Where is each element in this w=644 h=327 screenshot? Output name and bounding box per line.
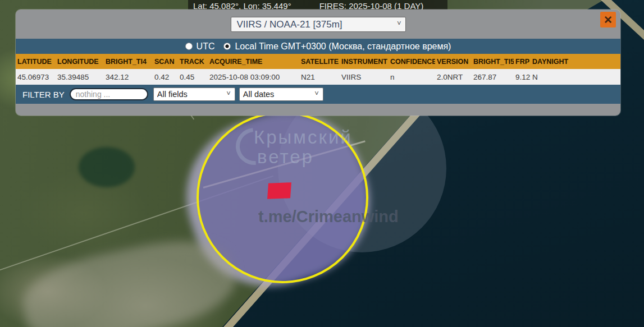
date-filter-wrap: All dates (239, 87, 323, 101)
filter-input[interactable] (70, 88, 148, 100)
watermark-text: ветер (257, 146, 314, 168)
column-header: BRIGHT_TI4 (104, 54, 153, 69)
time-zone-bar: UTC Local Time GMT+0300 (Москва, стандар… (16, 39, 620, 54)
filter-by-label: FILTER BY (22, 90, 65, 99)
close-button[interactable]: ✕ (600, 12, 616, 27)
date-filter-select[interactable]: All dates (239, 87, 323, 101)
source-select-row: VIIRS / NOAA-21 [375m] (16, 10, 620, 39)
column-header: LATITUDE (16, 54, 56, 69)
table-cell: 45.06973 (16, 69, 56, 85)
column-header: LONGITUDE (56, 54, 104, 69)
map-pond (79, 147, 135, 187)
local-time-radio[interactable] (223, 43, 231, 50)
utc-radio-text: UTC (197, 42, 215, 52)
table-cell: 267.87 (472, 69, 514, 85)
table-cell: 2025-10-08 03:09:00 (208, 69, 299, 85)
column-header: VERSION (435, 54, 472, 69)
column-header: BRIGHT_TI5 (472, 54, 514, 69)
table-row[interactable]: 45.0697335.39485342.120.420.452025-10-08… (16, 69, 620, 85)
coords-readout: Lat: 45.082°, Lon: 35.449° (193, 1, 291, 11)
local-time-radio-label[interactable]: Local Time GMT+0300 (Москва, стандартное… (223, 42, 451, 52)
fire-footprint-marker[interactable] (267, 182, 291, 199)
field-filter-select[interactable]: All fields (153, 87, 235, 101)
table-cell: 2.0NRT (435, 69, 472, 85)
local-time-radio-text: Local Time GMT+0300 (Москва, стандартное… (235, 42, 451, 52)
table-cell: 342.12 (104, 69, 153, 85)
utc-radio-label[interactable]: UTC (185, 42, 215, 52)
filter-bar: FILTER BY All fields All dates (16, 85, 620, 104)
column-header: DAYNIGHT (531, 54, 570, 69)
source-select[interactable]: VIIRS / NOAA-21 [375m] (231, 17, 406, 32)
fires-date-readout: FIRES: 2025-10-08 (1 DAY) (319, 1, 424, 11)
column-header: ACQUIRE_TIME (208, 54, 299, 69)
table-cell: N21 (299, 69, 340, 85)
column-header: FRP (514, 54, 531, 69)
column-header: CONFIDENCE (389, 54, 435, 69)
table-cell: 35.39485 (56, 69, 104, 85)
column-header: INSTRUMENT (340, 54, 389, 69)
utc-radio[interactable] (185, 43, 193, 50)
source-select-wrap: VIIRS / NOAA-21 [375m] (231, 17, 406, 32)
table-cell: N (531, 69, 570, 85)
panel-footer (16, 104, 620, 116)
table-cell: VIIRS (340, 69, 389, 85)
filler-cell (570, 54, 620, 69)
watermark-handle: t.me/Crimeanwind (258, 208, 399, 226)
fire-detections-table: LATITUDELONGITUDEBRIGHT_TI4SCANTRACKACQU… (16, 54, 620, 85)
table-header-row: LATITUDELONGITUDEBRIGHT_TI4SCANTRACKACQU… (16, 54, 620, 69)
field-filter-wrap: All fields (153, 87, 235, 101)
column-header: SCAN (153, 54, 178, 69)
table-cell: 0.42 (153, 69, 178, 85)
filler-cell (570, 69, 620, 85)
table-cell: n (389, 69, 435, 85)
watermark-text: Крымский (254, 127, 353, 148)
column-header: TRACK (178, 54, 208, 69)
table-cell: 9.12 (514, 69, 531, 85)
column-header: SATELLITE (299, 54, 340, 69)
fire-data-panel: VIIRS / NOAA-21 [375m] UTC Local Time GM… (16, 10, 620, 116)
table-cell: 0.45 (178, 69, 208, 85)
